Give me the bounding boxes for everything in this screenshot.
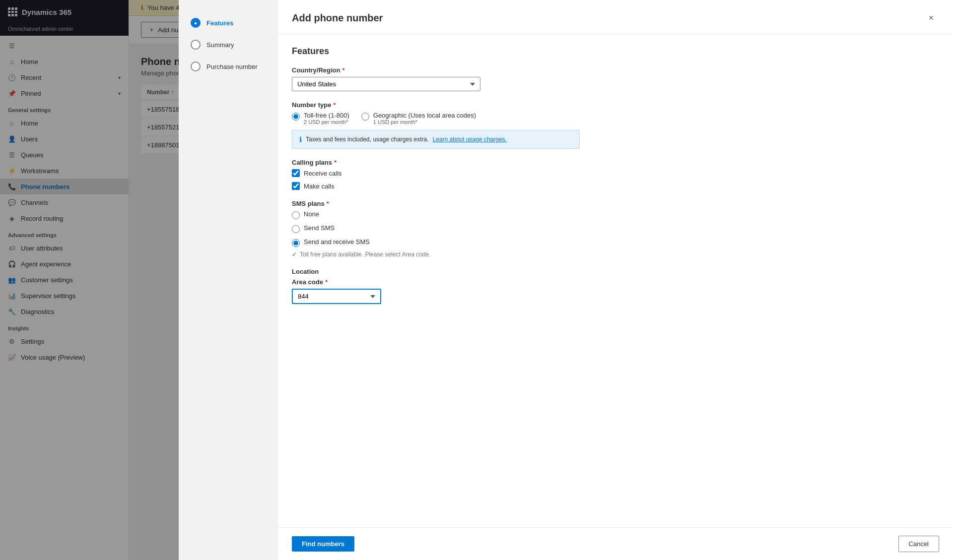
number-type-group: Number type * Toll-free (1-800) 2 USD pe… — [292, 101, 939, 149]
location-label: Location — [292, 268, 939, 275]
geographic-label: Geographic (Uses local area codes) — [373, 112, 476, 119]
tollfree-label: Toll-free (1-800) — [304, 112, 349, 119]
area-code-select[interactable]: 844800833855866877888 — [292, 289, 381, 304]
dialog-body: Features Country/Region * United StatesC… — [278, 34, 953, 527]
checkbox-receive-calls-input[interactable] — [292, 169, 300, 177]
wizard-step-label-summary: Summary — [206, 41, 234, 49]
wizard-panel: ● Features Summary Purchase number — [179, 0, 278, 560]
receive-calls-label: Receive calls — [304, 170, 342, 177]
checkbox-receive-calls[interactable]: Receive calls — [292, 169, 939, 177]
radio-item-geographic[interactable]: Geographic (Uses local area codes) 1 USD… — [361, 112, 476, 125]
info-link[interactable]: Learn about usage charges. — [433, 136, 507, 143]
number-type-label: Number type * — [292, 101, 939, 109]
close-dialog-button[interactable]: × — [923, 10, 939, 26]
radio-sms-none[interactable]: None — [292, 210, 939, 219]
calling-plans-label: Calling plans * — [292, 159, 939, 166]
country-region-select[interactable]: United StatesCanadaUnited Kingdom — [292, 77, 480, 91]
sms-plans-group: SMS plans * None Send SMS Send and recei… — [292, 200, 939, 258]
location-group: Location Area code * 8448008338558668778… — [292, 268, 939, 304]
geographic-sublabel: 1 USD per month* — [373, 119, 476, 125]
info-box: ℹ Taxes and fees included, usage charges… — [292, 130, 580, 149]
form-section-title: Features — [292, 46, 939, 57]
radio-sms-send[interactable]: Send SMS — [292, 224, 939, 233]
wizard-step-features[interactable]: ● Features — [179, 12, 277, 34]
checkbox-make-calls[interactable]: Make calls — [292, 182, 939, 190]
calling-plans-group: Calling plans * Receive calls Make calls — [292, 159, 939, 190]
wizard-step-circle-features: ● — [191, 18, 201, 28]
info-circle-icon: ℹ — [299, 135, 302, 143]
required-star-calling: * — [334, 159, 337, 166]
wizard-step-label-purchase: Purchase number — [206, 63, 258, 70]
checkbox-make-calls-input[interactable] — [292, 182, 300, 190]
radio-sms-none-input[interactable] — [292, 211, 300, 219]
area-code-group: Area code * 844800833855866877888 — [292, 278, 939, 304]
wizard-step-label-features: Features — [206, 19, 233, 27]
radio-geographic[interactable] — [361, 113, 369, 121]
radio-sms-send-input[interactable] — [292, 225, 300, 233]
required-star-sms: * — [327, 200, 329, 207]
sms-send-label: Send SMS — [304, 224, 335, 232]
wizard-step-purchase[interactable]: Purchase number — [179, 56, 277, 77]
required-star-area-code: * — [325, 278, 328, 286]
sms-plans-label: SMS plans * — [292, 200, 939, 207]
sms-none-label: None — [304, 210, 319, 218]
validation-message: ✓ Toll free plans available. Please sele… — [292, 251, 939, 258]
dialog-header: Add phone number × — [278, 0, 953, 34]
radio-tollfree[interactable] — [292, 113, 300, 121]
radio-geographic-labels: Geographic (Uses local area codes) 1 USD… — [373, 112, 476, 125]
dialog-title: Add phone number — [292, 12, 383, 24]
radio-item-tollfree[interactable]: Toll-free (1-800) 2 USD per month* — [292, 112, 349, 125]
cancel-button[interactable]: Cancel — [898, 536, 939, 552]
country-region-group: Country/Region * United StatesCanadaUnit… — [292, 66, 939, 91]
radio-sms-send-receive[interactable]: Send and receive SMS — [292, 238, 939, 247]
country-region-label: Country/Region * — [292, 66, 939, 74]
info-message: Taxes and fees included, usage charges e… — [306, 136, 429, 143]
wizard-step-circle-purchase — [191, 62, 201, 71]
wizard-step-summary[interactable]: Summary — [179, 34, 277, 56]
area-code-label: Area code * — [292, 278, 939, 286]
check-icon: ✓ — [292, 251, 297, 258]
calling-plans-checkboxes: Receive calls Make calls — [292, 169, 939, 190]
radio-tollfree-labels: Toll-free (1-800) 2 USD per month* — [304, 112, 349, 125]
dialog-footer: Find numbers Cancel — [278, 527, 953, 560]
required-star-country: * — [342, 66, 345, 74]
required-star-number-type: * — [333, 101, 336, 109]
add-phone-number-dialog: Add phone number × Features Country/Regi… — [278, 0, 953, 560]
radio-sms-send-receive-input[interactable] — [292, 239, 300, 247]
tollfree-sublabel: 2 USD per month* — [304, 119, 349, 125]
sms-send-receive-label: Send and receive SMS — [304, 238, 370, 246]
wizard-step-circle-summary — [191, 40, 201, 50]
number-type-radio-group: Toll-free (1-800) 2 USD per month* Geogr… — [292, 112, 939, 125]
make-calls-label: Make calls — [304, 183, 334, 190]
find-numbers-button[interactable]: Find numbers — [292, 536, 354, 552]
sms-radio-group: None Send SMS Send and receive SMS — [292, 210, 939, 247]
